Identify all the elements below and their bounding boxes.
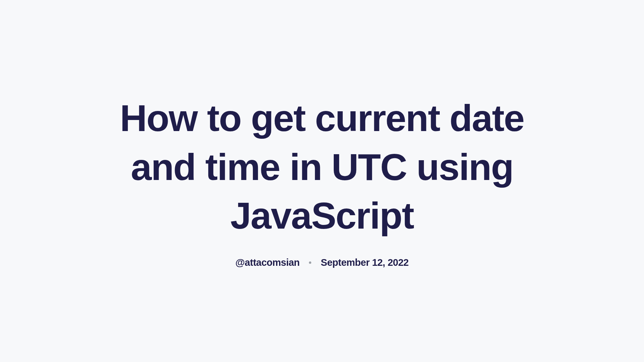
publish-date: September 12, 2022 [321,257,409,268]
article-header: How to get current date and time in UTC … [87,94,557,268]
article-meta: @attacomsian September 12, 2022 [87,257,557,268]
author-handle[interactable]: @attacomsian [235,257,300,268]
dot-separator-icon [309,261,311,264]
article-title: How to get current date and time in UTC … [87,94,557,240]
